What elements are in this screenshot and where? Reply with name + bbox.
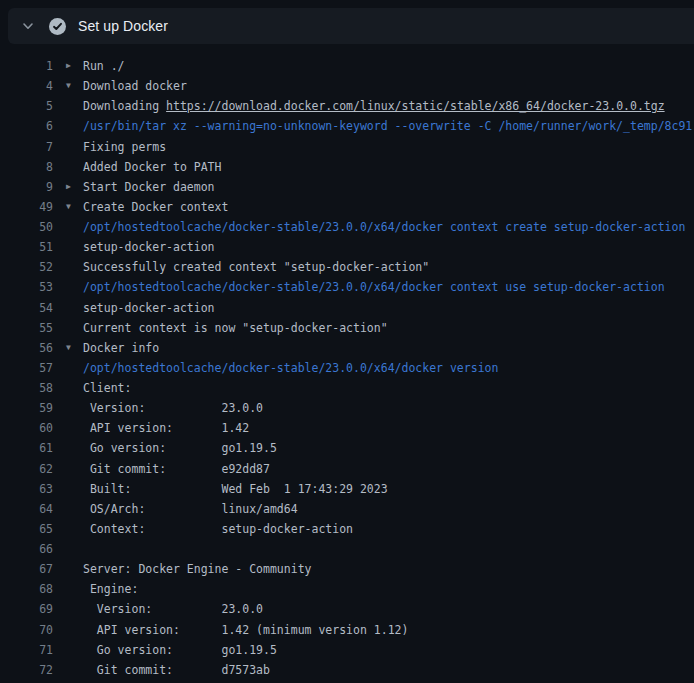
group-title[interactable]: Create Docker context [83,200,228,214]
line-number[interactable]: 9 [0,180,53,194]
line-number[interactable]: 65 [0,522,53,536]
group-title[interactable]: Docker info [83,341,159,355]
line-number[interactable]: 54 [0,301,53,315]
log-text: Successfully created context "setup-dock… [83,260,429,274]
group-title[interactable]: Run ./ [83,59,125,73]
log-line: 64 OS/Arch: linux/amd64 [0,499,694,519]
log-text: Fixing perms [83,140,166,154]
line-number[interactable]: 51 [0,240,53,254]
log-line: 65 Context: setup-docker-action [0,519,694,539]
line-number[interactable]: 70 [0,623,53,637]
command-text: /opt/hostedtoolcache/docker-stable/23.0.… [83,220,685,234]
log-line: 71 Go version: go1.19.5 [0,640,694,660]
group-title[interactable]: Start Docker daemon [83,180,215,194]
log-command-line: 57/opt/hostedtoolcache/docker-stable/23.… [0,358,694,378]
line-number[interactable]: 7 [0,140,53,154]
line-number[interactable]: 6 [0,119,53,133]
line-number[interactable]: 69 [0,602,53,616]
line-number[interactable]: 55 [0,321,53,335]
log-command-line: 53/opt/hostedtoolcache/docker-stable/23.… [0,277,694,297]
log-text: OS/Arch: linux/amd64 [83,502,298,516]
log-text: Go version: go1.19.5 [83,441,277,455]
log-text: Engine: [83,582,138,596]
log-text: Added Docker to PATH [83,160,221,174]
check-circle-icon [49,18,66,35]
chevron-down-icon[interactable] [20,18,36,34]
line-number[interactable]: 61 [0,441,53,455]
log-text: Git commit: e92dd87 [83,462,270,476]
line-number[interactable]: 58 [0,381,53,395]
log-line: 69 Version: 23.0.0 [0,599,694,619]
log-line: 55Current context is now "setup-docker-a… [0,318,694,338]
log-url-link[interactable]: https://download.docker.com/linux/static… [166,99,665,113]
line-number[interactable]: 1 [0,59,53,73]
log-container: 1▶Run ./4▼Download docker5Downloading ht… [0,56,694,680]
line-number[interactable]: 59 [0,401,53,415]
log-line: 59 Version: 23.0.0 [0,398,694,418]
line-number[interactable]: 68 [0,582,53,596]
log-text: setup-docker-action [83,240,215,254]
line-number[interactable]: 8 [0,160,53,174]
line-number[interactable]: 66 [0,542,53,556]
log-text: Go version: go1.19.5 [83,643,277,657]
line-number[interactable]: 62 [0,462,53,476]
log-line: 72 Git commit: d7573ab [0,660,694,680]
log-line: 62 Git commit: e92dd87 [0,459,694,479]
log-line: 68 Engine: [0,579,694,599]
log-group-line: 56▼Docker info [0,338,694,358]
group-expanded-triangle-icon[interactable]: ▼ [66,76,83,96]
log-text: Version: 23.0.0 [83,602,263,616]
line-number[interactable]: 57 [0,361,53,375]
log-line: 51setup-docker-action [0,237,694,257]
log-line: 60 API version: 1.42 [0,418,694,438]
line-number[interactable]: 53 [0,280,53,294]
step-title: Set up Docker [78,18,168,34]
log-text: Git commit: d7573ab [83,663,270,677]
log-line: 5Downloading https://download.docker.com… [0,96,694,116]
line-number[interactable]: 71 [0,643,53,657]
log-group-line: 4▼Download docker [0,76,694,96]
log-line: 61 Go version: go1.19.5 [0,438,694,458]
line-number[interactable]: 60 [0,421,53,435]
log-line: 63 Built: Wed Feb 1 17:43:29 2023 [0,479,694,499]
group-expanded-triangle-icon[interactable]: ▼ [66,338,83,358]
line-number[interactable]: 5 [0,99,53,113]
log-text: Current context is now "setup-docker-act… [83,321,388,335]
line-number[interactable]: 4 [0,79,53,93]
line-number[interactable]: 50 [0,220,53,234]
step-header[interactable]: Set up Docker [8,8,694,44]
line-number[interactable]: 64 [0,502,53,516]
log-text: Version: 23.0.0 [83,401,263,415]
log-line: 67Server: Docker Engine - Community [0,559,694,579]
line-number[interactable]: 63 [0,482,53,496]
log-text: Built: Wed Feb 1 17:43:29 2023 [83,482,388,496]
log-group-line: 9▶Start Docker daemon [0,177,694,197]
command-text: /usr/bin/tar xz --warning=no-unknown-key… [83,119,692,133]
log-text: API version: 1.42 [83,421,249,435]
group-title[interactable]: Download docker [83,79,187,93]
log-text: API version: 1.42 (minimum version 1.12) [83,623,408,637]
log-command-line: 50/opt/hostedtoolcache/docker-stable/23.… [0,217,694,237]
log-line: 54setup-docker-action [0,298,694,318]
log-group-line: 1▶Run ./ [0,56,694,76]
log-line: 8Added Docker to PATH [0,157,694,177]
line-number[interactable]: 56 [0,341,53,355]
log-command-line: 6/usr/bin/tar xz --warning=no-unknown-ke… [0,116,694,136]
group-expanded-triangle-icon[interactable]: ▼ [66,197,83,217]
line-number[interactable]: 52 [0,260,53,274]
log-text: Context: setup-docker-action [83,522,353,536]
group-collapsed-triangle-icon[interactable]: ▶ [66,177,83,197]
log-line: 52Successfully created context "setup-do… [0,257,694,277]
log-text: setup-docker-action [83,301,215,315]
line-number[interactable]: 67 [0,562,53,576]
log-line: 70 API version: 1.42 (minimum version 1.… [0,620,694,640]
log-text: Downloading [83,99,166,113]
log-line: 58Client: [0,378,694,398]
log-text: Server: Docker Engine - Community [83,562,311,576]
line-number[interactable]: 72 [0,663,53,677]
line-number[interactable]: 49 [0,200,53,214]
log-line: 66 [0,539,694,559]
group-collapsed-triangle-icon[interactable]: ▶ [66,56,83,76]
log-text: Client: [83,381,131,395]
command-text: /opt/hostedtoolcache/docker-stable/23.0.… [83,280,665,294]
